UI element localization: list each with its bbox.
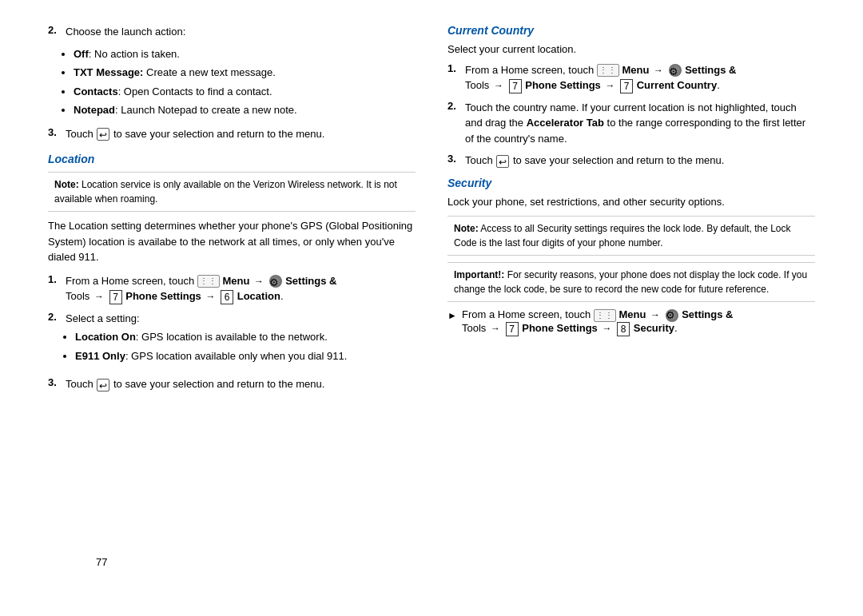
sec-settings-label: Settings & xyxy=(682,308,733,320)
menu-dots-icon-sec: ⋮⋮ xyxy=(594,309,616,322)
step3-text: to save your selection and return to the… xyxy=(113,128,325,140)
cc-step1: 1. From a Home screen, touch ⋮⋮ Menu → ⚙… xyxy=(447,62,815,93)
settings-gear-icon-sec: ⚙ xyxy=(666,309,678,322)
sec-num7-box: 7 xyxy=(506,322,519,336)
location-desc: The Location setting determines whether … xyxy=(48,218,416,265)
security-from-step: ► From a Home screen, touch ⋮⋮ Menu → ⚙ … xyxy=(447,308,815,336)
e911-label: E911 Only xyxy=(75,350,125,362)
cc-step3-num: 3. xyxy=(447,153,460,165)
cc-step3-text: to save your selection and return to the… xyxy=(513,154,725,166)
cc-arrow2: → xyxy=(494,78,503,93)
e911-text: : GPS location available only when you d… xyxy=(125,350,348,362)
e911-bullet: E911 Only: GPS location available only w… xyxy=(75,348,416,364)
location-step2-num: 2. xyxy=(48,311,61,323)
location-title: Location xyxy=(48,153,416,165)
cc-step2-num: 2. xyxy=(447,100,460,112)
back-icon-step3: ↩ xyxy=(97,128,109,141)
settings-label-left: Settings & xyxy=(285,275,336,287)
loc-on-text: : GPS location is available to the netwo… xyxy=(136,331,328,343)
security-note-box: Note: Access to all Security settings re… xyxy=(447,216,815,256)
sec-phone-settings: Phone Settings xyxy=(522,322,598,334)
cc-step3: 3. Touch ↩ to save your selection and re… xyxy=(447,153,815,169)
bullet-notepad-label: Notepad xyxy=(74,104,115,116)
step3-number: 3. xyxy=(48,126,61,138)
location-step3-num: 3. xyxy=(48,376,61,388)
step2-number: 2. xyxy=(48,24,61,36)
security-section: Security Lock your phone, set restrictio… xyxy=(447,177,815,336)
cc-step1-content: From a Home screen, touch ⋮⋮ Menu → ⚙ Se… xyxy=(465,62,815,93)
cc-from-home: From a Home screen, touch xyxy=(465,64,594,76)
security-important-box: Important!: For security reasons, your p… xyxy=(447,262,815,302)
cc-arrow1: → xyxy=(654,63,663,77)
cc-step2: 2. Touch the country name. If your curre… xyxy=(447,100,815,147)
menu-dots-icon-right: ⋮⋮ xyxy=(597,64,619,77)
current-country-desc: Select your current location. xyxy=(447,42,815,58)
location-step2-content: Select a setting: Location On: GPS locat… xyxy=(66,311,416,371)
location-step2: 2. Select a setting: Location On: GPS lo… xyxy=(48,311,416,371)
arrow2-left: → xyxy=(94,289,104,304)
bullet-off-text: : No action is taken. xyxy=(89,48,180,60)
bullet-txt-label: TXT Message: xyxy=(74,66,143,78)
location-note-box: Note: Location service is only available… xyxy=(48,172,416,212)
launch-action-list: Off: No action is taken. TXT Message: Cr… xyxy=(74,46,416,118)
num6-box: 6 xyxy=(221,290,233,304)
cc-current-country: Current Country xyxy=(637,79,717,91)
tools-label-left: Tools xyxy=(66,290,89,302)
security-desc: Lock your phone, set restrictions, and o… xyxy=(447,194,815,210)
cc-accelerator-tab: Accelerator Tab xyxy=(527,117,604,129)
location-label: Location xyxy=(237,290,280,302)
security-from-content: From a Home screen, touch ⋮⋮ Menu → ⚙ Se… xyxy=(462,308,734,336)
bullet-off-label: Off xyxy=(74,48,89,60)
arrow1-left: → xyxy=(254,274,264,288)
current-country-section: Current Country Select your current loca… xyxy=(447,24,815,169)
location-settings-list: Location On: GPS location is available t… xyxy=(75,329,416,364)
note-text-left: Location service is only available on th… xyxy=(54,179,397,205)
cc-step2-content: Touch the country name. If your current … xyxy=(465,100,815,147)
cc-arrow3: → xyxy=(605,78,614,93)
step3-content: Touch ↩ to save your selection and retur… xyxy=(66,126,416,142)
important-text: For security reasons, your phone does no… xyxy=(454,269,807,295)
step2-block: 2. Choose the launch action: Off: No act… xyxy=(48,24,416,118)
sec-menu-label: Menu xyxy=(618,308,646,320)
step2-row: 2. Choose the launch action: xyxy=(48,24,416,40)
cc-tools-label: Tools xyxy=(465,79,489,91)
location-step3-content: Touch ↩ to save your selection and retur… xyxy=(66,376,416,392)
current-country-title: Current Country xyxy=(447,24,815,37)
location-step1-content: From a Home screen, touch ⋮⋮ Menu → ⚙ Se… xyxy=(66,273,416,304)
page-layout: 2. Choose the launch action: Off: No act… xyxy=(48,24,815,400)
cc-step3-content: Touch ↩ to save your selection and retur… xyxy=(465,153,815,169)
loc-on-bullet: Location On: GPS location is available t… xyxy=(75,329,416,345)
from-home-text: From a Home screen, touch xyxy=(66,275,194,287)
bullet-off: Off: No action is taken. xyxy=(74,46,416,62)
sec-num8-box: 8 xyxy=(617,322,630,336)
cc-step1-num: 1. xyxy=(447,62,460,74)
location-step3-text: to save your selection and return to the… xyxy=(113,378,325,390)
select-setting-text: Select a setting: xyxy=(66,312,140,324)
page-number: 77 xyxy=(96,556,107,568)
right-column: Current Country Select your current loca… xyxy=(447,24,815,400)
cc-num7b-box: 7 xyxy=(620,79,633,93)
cc-phone-settings: Phone Settings xyxy=(525,79,601,91)
triangle-bullet-icon: ► xyxy=(447,310,457,321)
bullet-contacts-text: : Open Contacts to find a contact. xyxy=(118,85,272,97)
bullet-notepad: Notepad: Launch Notepad to create a new … xyxy=(74,102,416,118)
cc-menu-label: Menu xyxy=(622,64,649,76)
location-step1: 1. From a Home screen, touch ⋮⋮ Menu → ⚙… xyxy=(48,273,416,304)
page-wrapper: 2. Choose the launch action: Off: No act… xyxy=(48,24,815,592)
sec-arrow3: → xyxy=(602,323,611,334)
security-note-label: Note: xyxy=(454,223,479,234)
settings-gear-icon-left: ⚙ xyxy=(269,275,282,288)
menu-dots-icon-left: ⋮⋮ xyxy=(197,275,220,288)
settings-gear-icon-right: ⚙ xyxy=(669,64,682,77)
location-step1-num: 1. xyxy=(48,273,61,285)
important-label: Important!: xyxy=(454,269,504,280)
sec-from-text: From a Home screen, touch xyxy=(462,308,591,320)
security-title: Security xyxy=(447,177,815,189)
sec-arrow1: → xyxy=(650,309,660,320)
sec-security-label: Security xyxy=(634,322,674,334)
step2-text: Choose the launch action: xyxy=(66,24,416,40)
left-column: 2. Choose the launch action: Off: No act… xyxy=(48,24,416,400)
num7-box-left: 7 xyxy=(109,290,122,304)
bullet-contacts: Contacts: Open Contacts to find a contac… xyxy=(74,84,416,100)
bullet-txt: TXT Message: Create a new text message. xyxy=(74,65,416,81)
